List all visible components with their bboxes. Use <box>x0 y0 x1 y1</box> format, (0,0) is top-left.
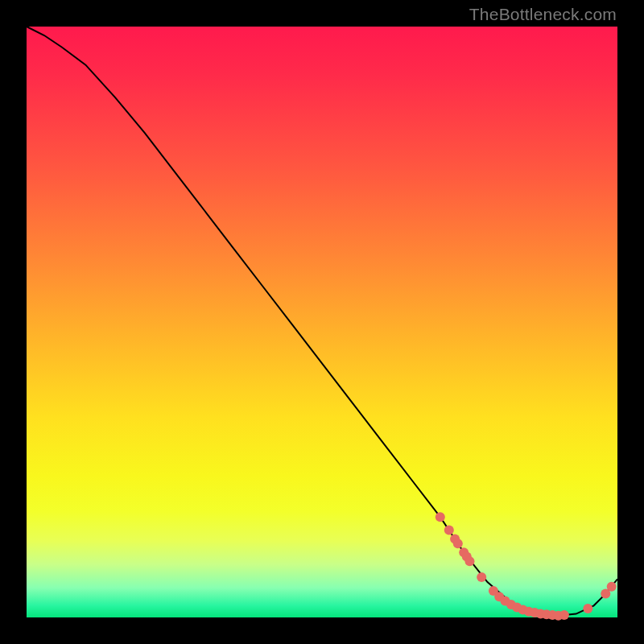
data-point <box>453 539 463 548</box>
data-point <box>465 556 475 566</box>
plot-area <box>27 27 617 617</box>
data-point <box>559 610 569 620</box>
data-point <box>444 525 454 535</box>
data-point <box>607 582 617 592</box>
data-point <box>436 512 445 522</box>
chart-svg <box>27 27 617 617</box>
data-point <box>583 604 592 613</box>
bottleneck-curve <box>27 27 617 616</box>
watermark-text: TheBottleneck.com <box>469 5 617 24</box>
chart-stage: TheBottleneck.com <box>0 0 644 644</box>
data-point <box>477 572 486 582</box>
highlight-dots <box>436 512 617 621</box>
